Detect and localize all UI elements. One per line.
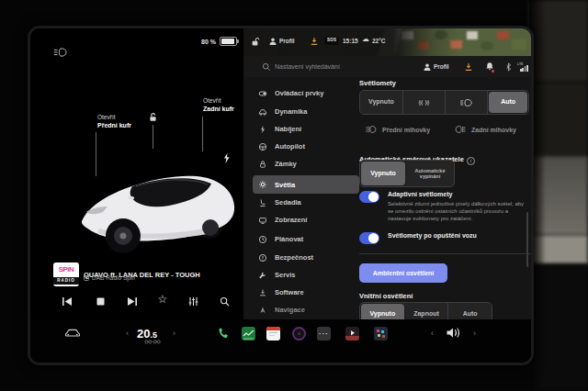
dashboard-photo: 80 % Otevřít Přední kufr Otevřít Zadní k… [0, 0, 588, 391]
turn-signals-off-option[interactable]: Vypnuto [361, 162, 405, 185]
unlock-icon[interactable] [148, 112, 158, 123]
car-status-panel: 80 % Otevřít Přední kufr Otevřít Zadní k… [30, 28, 243, 363]
sidebar-item-controls[interactable]: Ovládací prvky [253, 84, 357, 102]
sidebar-item-seats[interactable]: Sedadla [253, 194, 357, 211]
seat-icon [258, 198, 267, 207]
volume-down-chevron[interactable]: ‹ [431, 329, 434, 338]
weather-cloud-icon: ☁ [362, 35, 369, 43]
more-apps-icon[interactable]: ··· [317, 327, 331, 341]
front-fog-control[interactable]: Přední mlhovky [365, 125, 430, 134]
notification-dot [492, 70, 494, 73]
tesla-touchscreen: 80 % Otevřít Přední kufr Otevřít Zadní k… [28, 26, 534, 365]
search-icon [262, 62, 271, 72]
sidebar-item-autopilot[interactable]: Autopilot [253, 138, 357, 155]
after-exit-row: Světlomety po opuštění vozu [359, 232, 477, 244]
profile-icon[interactable] [423, 62, 432, 72]
sidebar-item-service[interactable]: Servis [253, 266, 357, 284]
ambient-lighting-button[interactable]: Ambientní osvětlení [359, 263, 447, 283]
sidebar-item-safety[interactable]: Bezpečnost [253, 249, 357, 266]
lock-icon [258, 160, 267, 169]
battery-icon [220, 37, 237, 46]
equalizer-button[interactable] [186, 295, 200, 307]
scrollbar[interactable] [526, 212, 528, 267]
interior-lighting-title: Vnitřní osvětlení [359, 292, 413, 300]
profile-label[interactable]: Profil [434, 63, 449, 70]
low-beam-option[interactable] [446, 91, 489, 114]
search-input[interactable]: Nastavení vyhledávání [275, 63, 340, 70]
parking-lights-icon [416, 98, 432, 107]
bottom-launcher-bar: ‹ 20.5 › ··· [30, 319, 531, 363]
sidebar-item-display[interactable]: Zobrazení [253, 211, 357, 229]
headlights-auto-option[interactable]: Auto [489, 92, 527, 113]
toggle-icon [258, 89, 267, 98]
rear-fog-control[interactable]: Zadní mlhovky [454, 125, 516, 134]
media-source: DAB Radio Spin [84, 274, 135, 281]
rear-trunk-control[interactable]: Otevřít Zadní kufr [203, 97, 234, 114]
media-artwork[interactable]: SPiN RADIO [53, 263, 79, 286]
volume-up-chevron[interactable]: › [473, 329, 476, 338]
defrost-mini-icons [144, 340, 161, 344]
sidebar-item-software[interactable]: Software [253, 284, 357, 301]
steering-wheel-icon [258, 142, 267, 151]
sidebar-item-charging[interactable]: Nabíjení [253, 120, 357, 138]
theater-app-icon[interactable] [345, 327, 359, 341]
low-beam-icon [458, 98, 473, 107]
vehicle-render[interactable] [72, 148, 242, 265]
favorite-star-button[interactable]: ☆ [155, 293, 170, 306]
adaptive-headlights-toggle[interactable] [359, 191, 379, 203]
front-trunk-control[interactable]: Otevřít Přední kufr [97, 114, 131, 130]
after-exit-toggle[interactable] [359, 232, 379, 244]
speaker-icon[interactable] [446, 326, 461, 340]
headlights-segmented-control: Vypnuto Auto [359, 90, 529, 115]
headlights-off-option[interactable]: Vypnuto [360, 91, 403, 114]
stop-button[interactable] [93, 295, 107, 307]
charts-app-icon[interactable] [242, 327, 255, 341]
media-search-button[interactable] [217, 295, 232, 307]
wrench-icon [258, 271, 267, 280]
front-trunk-label: Přední kufr [97, 121, 131, 129]
cellular-signal-icon: LTE [517, 62, 529, 72]
lock-status-icon [251, 37, 260, 47]
settings-panel: Profil SOS 15:15 ☁ 22°C Nastavení vyhled… [243, 28, 531, 363]
navigation-icon [258, 306, 267, 315]
car-launcher-icon[interactable] [63, 327, 82, 340]
battery-status: 80 % [201, 37, 237, 46]
station-logo-top: SPiN [53, 263, 79, 277]
station-logo-bottom: RADIO [53, 277, 79, 285]
rear-trunk-action: Otevřít [203, 97, 234, 105]
calendar-app-icon[interactable] [266, 327, 280, 341]
sidebar-item-locks[interactable]: Zámky [253, 155, 357, 173]
music-app-icon[interactable] [292, 327, 306, 341]
unlock-line [153, 125, 153, 149]
sidebar-item-dynamics[interactable]: Dynamika [253, 103, 357, 120]
temp-up-chevron[interactable]: › [173, 329, 175, 338]
software-update-icon[interactable] [464, 62, 473, 72]
sidebar-item-navigation[interactable]: Navigace [253, 301, 357, 318]
section-divider [359, 253, 531, 254]
arcade-app-icon[interactable] [374, 327, 388, 341]
battery-percent: 80 % [201, 39, 216, 45]
profile-icon[interactable] [268, 37, 277, 46]
profile-label[interactable]: Profil [279, 38, 295, 44]
software-update-icon[interactable] [310, 37, 319, 46]
rear-trunk-line [202, 117, 203, 151]
info-icon[interactable]: i [467, 157, 475, 165]
light-icon [258, 180, 267, 189]
clock-icon [258, 235, 267, 244]
bluetooth-icon[interactable] [504, 62, 513, 72]
temp-down-chevron[interactable]: ‹ [126, 329, 129, 338]
sos-badge: SOS [324, 37, 339, 45]
rear-fog-label: Zadní mlhovky [471, 127, 516, 133]
map-preview[interactable]: Profil SOS 15:15 ☁ 22°C [243, 28, 531, 56]
parking-lights-option[interactable] [403, 91, 446, 114]
lightning-icon [258, 125, 267, 134]
previous-track-button[interactable] [60, 295, 74, 307]
turn-signals-auto-option[interactable]: Automatické vypínání [406, 161, 454, 186]
next-track-button[interactable] [125, 295, 140, 307]
sidebar-item-schedule[interactable]: Plánovat [253, 230, 357, 248]
sidebar-item-lights[interactable]: Světla [253, 175, 359, 194]
headlights-title: Světlomety [359, 79, 396, 87]
front-fog-label: Přední mlhovky [382, 127, 430, 133]
charge-port-icon[interactable] [222, 152, 231, 164]
phone-app-icon[interactable] [217, 327, 230, 340]
